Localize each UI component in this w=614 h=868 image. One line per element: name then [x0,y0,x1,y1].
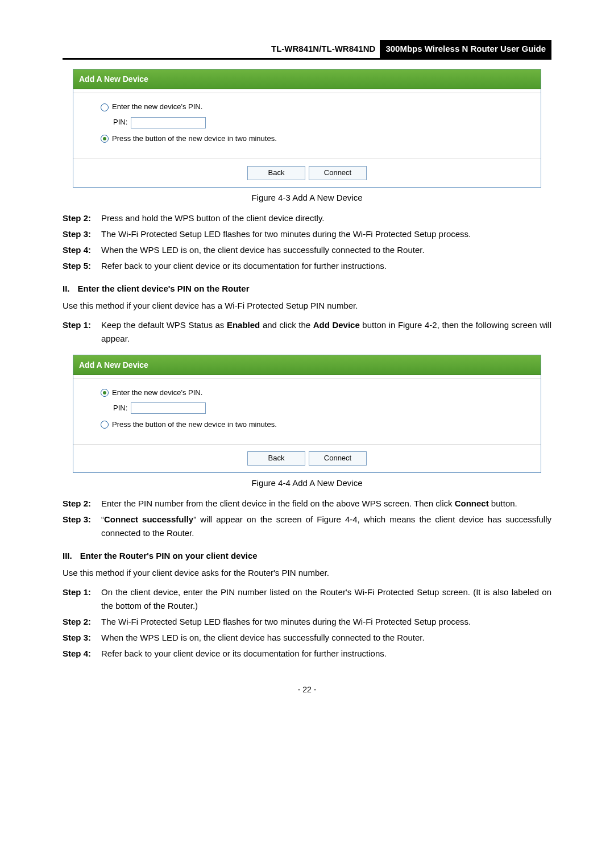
section-num: II. [63,282,70,296]
pin-row: PIN: [113,117,532,128]
steps-group-d: Step 1:On the client device, enter the P… [63,585,551,661]
step-label: Step 2: [63,497,101,510]
radio-icon [101,103,109,111]
section-3-intro: Use this method if your client device as… [63,566,551,580]
steps-group-c: Step 2: Enter the PIN number from the cl… [63,497,551,540]
connect-button[interactable]: Connect [309,451,367,466]
section-2-heading: II. Enter the client device's PIN on the… [63,282,551,296]
add-device-panel-fig44: Add A New Device Enter the new device's … [73,355,541,474]
step-label: Step 1: [63,318,101,346]
steps-group-a: Step 2:Press and hold the WPS button of … [63,211,551,273]
step-label: Step 4: [63,243,101,257]
panel-title: Add A New Device [73,69,541,89]
model-label: TL-WR841N/TL-WR841ND [271,40,380,58]
option-label: Press the button of the new device in tw… [112,133,277,145]
step-text: On the client device, enter the PIN numb… [101,585,551,613]
option-label: Press the button of the new device in tw… [112,419,277,431]
pin-label: PIN: [113,117,127,128]
pin-row: PIN: [113,402,532,414]
step-label: Step 3: [63,227,101,241]
step-label: Step 1: [63,585,101,613]
pin-input[interactable] [131,402,206,414]
step-text: The Wi-Fi Protected Setup LED flashes fo… [101,615,551,629]
connect-button[interactable]: Connect [309,166,367,180]
option-label: Enter the new device's PIN. [112,101,202,113]
guide-label: 300Mbps Wireless N Router User Guide [380,40,551,58]
panel-body: Enter the new device's PIN. PIN: Press t… [73,379,541,444]
section-num: III. [63,549,72,563]
step-text: “Connect successfully” will appear on th… [101,513,551,540]
option-enter-pin[interactable]: Enter the new device's PIN. [101,387,532,399]
option-enter-pin[interactable]: Enter the new device's PIN. [101,101,532,113]
panel-body: Enter the new device's PIN. PIN: Press t… [73,93,541,158]
option-press-button[interactable]: Press the button of the new device in tw… [101,419,532,431]
pin-label: PIN: [113,402,127,414]
panel-separator [73,375,541,379]
section-2-intro: Use this method if your client device ha… [63,299,551,313]
step-label: Step 5: [63,259,101,273]
panel-title: Add A New Device [73,355,541,375]
option-press-button[interactable]: Press the button of the new device in tw… [101,133,532,145]
step-text: Enter the PIN number from the client dev… [101,497,551,510]
step-label: Step 2: [63,211,101,225]
steps-group-b: Step 1: Keep the default WPS Status as E… [63,318,551,346]
section-title: Enter the Router's PIN on your client de… [80,549,258,563]
step-label: Step 3: [63,513,101,540]
section-title: Enter the client device's PIN on the Rou… [78,282,250,296]
step-text: Press and hold the WPS button of the cli… [101,211,551,225]
step-label: Step 2: [63,615,101,629]
step-label: Step 4: [63,647,101,661]
panel-separator [73,89,541,93]
panel-footer: Back Connect [73,444,541,472]
figure-caption-43: Figure 4-3 Add A New Device [63,191,551,205]
figure-caption-44: Figure 4-4 Add A New Device [63,476,551,490]
page-header: TL-WR841N/TL-WR841ND 300Mbps Wireless N … [63,40,551,60]
page-number: - 22 - [63,683,551,696]
step-text: Keep the default WPS Status as Enabled a… [101,318,551,346]
back-button[interactable]: Back [247,451,305,466]
pin-input[interactable] [131,117,206,128]
radio-icon [101,135,109,143]
panel-footer: Back Connect [73,159,541,187]
back-button[interactable]: Back [247,166,305,180]
step-label: Step 3: [63,631,101,645]
step-text: Refer back to your client device or its … [101,259,551,273]
step-text: The Wi-Fi Protected Setup LED flashes fo… [101,227,551,241]
radio-icon [101,389,109,397]
option-label: Enter the new device's PIN. [112,387,202,399]
step-text: Refer back to your client device or its … [101,647,551,661]
step-text: When the WPS LED is on, the client devic… [101,631,551,645]
step-text: When the WPS LED is on, the client devic… [101,243,551,257]
radio-icon [101,421,109,429]
section-3-heading: III. Enter the Router's PIN on your clie… [63,549,551,563]
add-device-panel-fig43: Add A New Device Enter the new device's … [73,69,541,188]
